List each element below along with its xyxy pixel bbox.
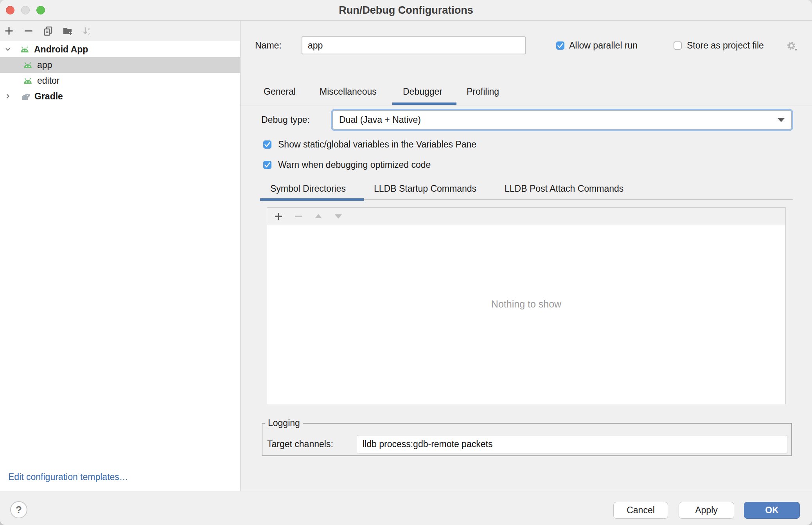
check-icon [556, 41, 564, 50]
tab-miscellaneous[interactable]: Miscellaneous [320, 81, 377, 102]
logging-group-label: Logging [265, 418, 303, 428]
android-icon [20, 46, 30, 53]
title-bar: Run/Debug Configurations [0, 0, 812, 21]
warn-optimized-code-label: Warn when debugging optimized code [278, 160, 431, 170]
debug-type-value: Dual (Java + Native) [339, 115, 421, 125]
configurations-tree: Android App app [0, 41, 240, 104]
gradle-icon [20, 92, 30, 100]
logging-group: Logging Target channels: [262, 423, 792, 456]
tree-item-gradle[interactable]: Gradle [0, 88, 240, 104]
help-question-icon: ? [16, 504, 22, 516]
store-settings-gear-button[interactable] [787, 41, 798, 52]
dialog-footer: ? Cancel Apply OK [0, 491, 812, 525]
new-folder-button[interactable] [60, 23, 75, 39]
configuration-detail-panel: Name: Allow parallel run Store as projec… [241, 21, 812, 491]
tree-item-app[interactable]: app [0, 57, 240, 73]
allow-parallel-run-label: Allow parallel run [569, 36, 638, 54]
sort-configurations-button[interactable]: a z [79, 23, 95, 39]
tab-debugger[interactable]: Debugger [403, 81, 442, 102]
check-icon [263, 140, 271, 149]
apply-button[interactable]: Apply [679, 502, 734, 519]
remove-icon [23, 26, 34, 36]
debug-type-select[interactable]: Dual (Java + Native) [332, 110, 792, 129]
symbol-directories-table: Nothing to show [267, 207, 786, 404]
debug-type-label: Debug type: [261, 110, 310, 129]
close-button[interactable] [6, 6, 14, 14]
show-static-globals-label: Show static/global variables in the Vari… [278, 139, 476, 150]
move-up-icon [313, 212, 323, 221]
chevron-right-icon[interactable] [4, 93, 11, 100]
warn-optimized-code-row: Warn when debugging optimized code [263, 156, 431, 173]
gear-icon [787, 41, 798, 52]
android-icon [23, 61, 33, 69]
tree-item-label: app [37, 60, 52, 70]
copy-icon [43, 26, 54, 36]
store-as-project-file-label: Store as project file [687, 36, 764, 54]
move-down-button[interactable] [332, 210, 344, 222]
copy-configuration-button[interactable] [40, 23, 56, 39]
allow-parallel-run-checkbox[interactable] [556, 41, 564, 50]
target-channels-input[interactable] [357, 435, 787, 453]
main-area: a z An [0, 21, 812, 491]
ok-button[interactable]: OK [744, 502, 800, 519]
subtab-symbol-directories[interactable]: Symbol Directories [270, 179, 346, 198]
move-down-icon [333, 212, 343, 221]
name-label: Name: [255, 36, 282, 54]
symbol-directories-toolbar [267, 208, 785, 225]
tree-item-label: Android App [34, 44, 88, 55]
name-input[interactable] [302, 36, 526, 54]
remove-icon [294, 212, 303, 221]
tree-item-label: editor [37, 76, 60, 86]
store-as-project-file-checkbox[interactable] [674, 41, 682, 50]
subtab-lldb-post-attach-commands[interactable]: LLDB Post Attach Commands [505, 179, 623, 198]
chevron-down-icon [777, 118, 785, 122]
target-channels-label: Target channels: [267, 435, 333, 453]
remove-directory-button[interactable] [293, 210, 304, 222]
add-icon [274, 212, 283, 221]
tree-item-android-app[interactable]: Android App [0, 41, 240, 57]
selected-subtab-indicator [260, 198, 364, 201]
new-folder-icon [62, 26, 74, 36]
window-title: Run/Debug Configurations [0, 0, 812, 21]
run-debug-configurations-dialog: Run/Debug Configurations [0, 0, 812, 525]
empty-table-text: Nothing to show [267, 298, 785, 310]
cancel-button[interactable]: Cancel [613, 502, 668, 519]
check-icon [263, 161, 271, 169]
move-up-button[interactable] [313, 210, 324, 222]
subtab-lldb-startup-commands[interactable]: LLDB Startup Commands [374, 179, 476, 198]
help-button[interactable]: ? [10, 501, 27, 518]
minimize-button [21, 6, 30, 14]
remove-configuration-button[interactable] [21, 23, 36, 39]
show-static-globals-row: Show static/global variables in the Vari… [263, 136, 476, 153]
tab-general[interactable]: General [264, 81, 296, 102]
selected-tab-indicator [392, 102, 456, 105]
edit-configuration-templates-link[interactable]: Edit configuration templates… [8, 472, 128, 482]
zoom-button[interactable] [36, 6, 45, 14]
chevron-down-icon[interactable] [4, 46, 11, 53]
add-directory-button[interactable] [273, 210, 284, 222]
sort-alphabetically-icon: a z [82, 26, 93, 36]
tree-item-editor[interactable]: editor [0, 73, 240, 88]
svg-text:z: z [88, 31, 90, 36]
tab-profiling[interactable]: Profiling [467, 81, 499, 102]
tabstrip-divider [241, 106, 812, 106]
svg-text:a: a [88, 26, 91, 31]
warn-optimized-code-checkbox[interactable] [263, 161, 271, 169]
configurations-panel: a z An [0, 21, 241, 491]
add-configuration-button[interactable] [1, 23, 17, 39]
add-icon [4, 26, 14, 36]
configurations-toolbar: a z [0, 21, 240, 41]
show-static-globals-checkbox[interactable] [263, 140, 271, 149]
tree-item-label: Gradle [34, 91, 63, 102]
android-icon [23, 77, 33, 85]
